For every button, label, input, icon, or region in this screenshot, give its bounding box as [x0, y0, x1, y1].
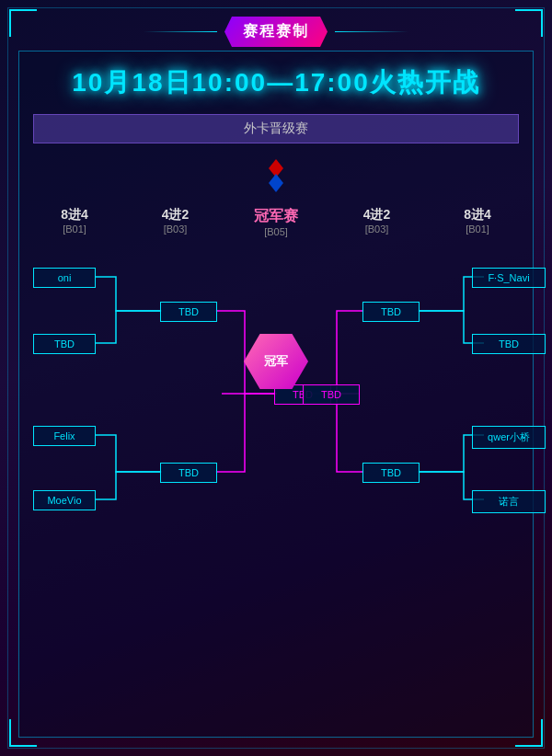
team-moevio: MoeVio: [33, 490, 96, 510]
round-labels: 8进4 [B01] 4进2 [B03] 冠军赛 [B05] 4进2 [B03] …: [33, 207, 519, 237]
round-label-4: 8进4 [B01]: [441, 207, 514, 237]
tbd-rc1: TBD: [362, 302, 420, 322]
tbd-rc2: TBD: [362, 463, 420, 483]
team-qwer: qwer小桥: [472, 426, 546, 449]
tbd-lc1: TBD: [160, 302, 217, 322]
title-section: 赛程赛制: [144, 17, 408, 47]
svg-marker-1: [269, 174, 283, 192]
corner-decoration-tr: [515, 9, 543, 37]
tbd-right-final: TBD: [303, 384, 360, 405]
team-oni: oni: [33, 268, 96, 288]
date-title: 10月18日10:00—17:00火热开战: [33, 65, 519, 100]
title-line-left: [144, 31, 217, 32]
round-label-1: 4进2 [B03]: [139, 207, 213, 237]
logo-icon: [258, 157, 294, 194]
main-content: 10月18日10:00—17:00火热开战 外卡晋级赛 8进4 [B01] 4进…: [18, 51, 534, 738]
logo-area: [33, 157, 519, 198]
wildcard-bar: 外卡晋级赛: [33, 114, 519, 143]
bracket-container: oni TBD Felix MoeVio TBD TBD TBD 冠军 TBD: [33, 251, 519, 545]
corner-decoration-tl: [9, 9, 37, 37]
round-label-2: 冠军赛 [B05]: [239, 207, 313, 237]
champion-hexagon: 冠军: [244, 334, 308, 389]
team-tbd-l2: TBD: [33, 334, 96, 354]
title-line-right: [335, 31, 408, 32]
tbd-lc2: TBD: [160, 463, 217, 483]
team-fnavi: F·S_Navi: [472, 268, 546, 288]
team-felix: Felix: [33, 426, 96, 446]
team-nuoyan: 诺言: [472, 490, 546, 513]
title-badge: 赛程赛制: [224, 17, 328, 47]
round-label-0: 8进4 [B01]: [38, 207, 111, 237]
team-tbd-r2: TBD: [472, 334, 546, 354]
round-label-3: 4进2 [B03]: [340, 207, 414, 237]
